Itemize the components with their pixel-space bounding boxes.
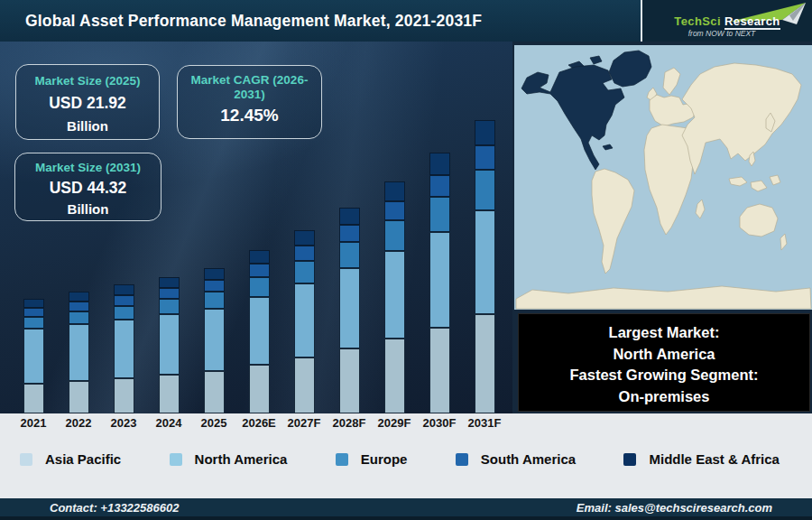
segment-north-america: [475, 210, 495, 314]
footer-contact: Contact: +13322586602: [50, 501, 179, 515]
footer-bar: Contact: +13322586602 Email: sales@techs…: [0, 498, 812, 520]
page-title: Global Asset Performance Management Mark…: [0, 12, 482, 31]
segment-north-america: [384, 251, 405, 339]
callout-line: Largest Market:: [519, 322, 809, 344]
segment-middle-east-africa: [339, 208, 360, 225]
segment-north-america: [294, 283, 315, 358]
bar-2029f: [384, 181, 405, 413]
legend-label-north-america: North America: [195, 451, 288, 467]
x-axis-label-2025: 2025: [191, 416, 236, 430]
footer-email: Email: sales@techsciresearch.com: [577, 501, 772, 515]
segment-north-america: [159, 314, 180, 375]
segment-middle-east-africa: [159, 277, 180, 288]
bar-2026e: [249, 250, 270, 413]
right-column: Largest Market: North America Fastest Gr…: [512, 42, 812, 413]
segment-europe: [69, 311, 89, 324]
bar-2021: [23, 299, 44, 413]
legend-swatch-south-america: [456, 453, 468, 466]
segment-south-america: [384, 201, 405, 220]
logo-tagline: from NOW to NEXT: [642, 29, 801, 38]
segment-asia-pacific: [159, 375, 180, 413]
legend-item-middle-east-africa: Middle East & Africa: [623, 451, 779, 467]
segment-europe: [249, 277, 270, 297]
segment-middle-east-africa: [23, 299, 44, 308]
bar-2023: [114, 284, 134, 413]
segment-middle-east-africa: [429, 153, 450, 175]
segment-middle-east-africa: [475, 120, 495, 145]
segment-europe: [159, 299, 180, 314]
bottom-band: 202120222023202420252026E2027F2028F2029F…: [0, 413, 812, 498]
segment-south-america: [114, 295, 134, 306]
x-axis-label-2021: 2021: [11, 416, 56, 430]
legend-label-europe: Europe: [361, 451, 408, 467]
segment-south-america: [429, 175, 450, 197]
segment-europe: [429, 197, 450, 232]
segment-europe: [23, 317, 44, 329]
segment-asia-pacific: [429, 328, 450, 413]
bar-2030f: [429, 153, 450, 413]
callout-line: North America: [519, 344, 809, 366]
bar-2024: [159, 277, 180, 413]
segment-europe: [114, 306, 134, 320]
legend-label-middle-east-africa: Middle East & Africa: [649, 451, 779, 467]
x-axis-label-2024: 2024: [146, 416, 191, 430]
chart-panel: Market Size (2025) USD 21.92 Billion Mar…: [0, 42, 512, 413]
x-axis-label-2028f: 2028F: [327, 416, 372, 430]
segment-asia-pacific: [249, 365, 270, 413]
x-axis-label-2027f: 2027F: [281, 416, 327, 430]
callout-line: Fastest Growing Segment:: [519, 365, 809, 386]
segment-south-america: [339, 225, 360, 242]
legend-item-europe: Europe: [336, 451, 408, 467]
legend-item-north-america: North America: [170, 451, 288, 467]
segment-asia-pacific: [114, 378, 134, 413]
segment-asia-pacific: [204, 371, 225, 413]
segment-europe: [475, 170, 495, 210]
segment-europe: [294, 261, 315, 283]
segment-north-america: [429, 232, 450, 328]
segment-middle-east-africa: [249, 250, 270, 264]
x-axis-labels: 202120222023202420252026E2027F2028F2029F…: [0, 416, 512, 434]
x-axis-label-2029f: 2029F: [372, 416, 417, 430]
segment-south-america: [69, 302, 89, 311]
legend-item-asia-pacific: Asia Pacific: [20, 451, 121, 467]
segment-asia-pacific: [69, 381, 89, 413]
techsci-logo: TechSci Research from NOW to NEXT: [641, 0, 812, 42]
segment-europe: [204, 292, 225, 309]
segment-north-america: [339, 268, 360, 348]
segment-asia-pacific: [294, 358, 315, 413]
segment-south-america: [475, 145, 495, 170]
segment-asia-pacific: [339, 348, 360, 413]
segment-south-america: [159, 288, 180, 299]
segment-south-america: [23, 308, 44, 317]
x-axis-label-2030f: 2030F: [417, 416, 462, 430]
segment-north-america: [69, 324, 89, 381]
segment-middle-east-africa: [114, 284, 134, 295]
header-bar: Global Asset Performance Management Mark…: [0, 0, 812, 42]
legend-label-south-america: South America: [481, 451, 576, 467]
bar-2031f: [475, 120, 495, 413]
callout-line: On-premises: [519, 386, 809, 408]
infographic-page: Global Asset Performance Management Mark…: [0, 0, 812, 520]
legend-label-asia-pacific: Asia Pacific: [45, 451, 121, 467]
segment-south-america: [249, 264, 270, 277]
logo-brand2: Research: [724, 14, 780, 30]
segment-north-america: [23, 329, 44, 384]
segment-north-america: [249, 297, 270, 365]
segment-middle-east-africa: [384, 181, 405, 201]
legend-item-south-america: South America: [456, 451, 576, 467]
x-axis-label-2031f: 2031F: [462, 416, 507, 430]
segment-middle-east-africa: [204, 268, 225, 280]
legend-swatch-middle-east-africa: [623, 453, 636, 466]
x-axis-label-2026e: 2026E: [236, 416, 281, 430]
x-axis-label-2022: 2022: [56, 416, 101, 430]
x-axis-label-2023: 2023: [101, 416, 146, 430]
legend-swatch-asia-pacific: [20, 453, 32, 466]
bar-2028f: [339, 208, 360, 413]
segment-middle-east-africa: [69, 292, 89, 302]
largest-market-callout: Largest Market: North America Fastest Gr…: [518, 313, 810, 412]
segment-middle-east-africa: [294, 230, 315, 246]
legend-swatch-europe: [336, 453, 348, 466]
logo-brand: TechSci: [674, 14, 721, 28]
segment-south-america: [204, 280, 225, 292]
bar-2022: [69, 292, 89, 413]
